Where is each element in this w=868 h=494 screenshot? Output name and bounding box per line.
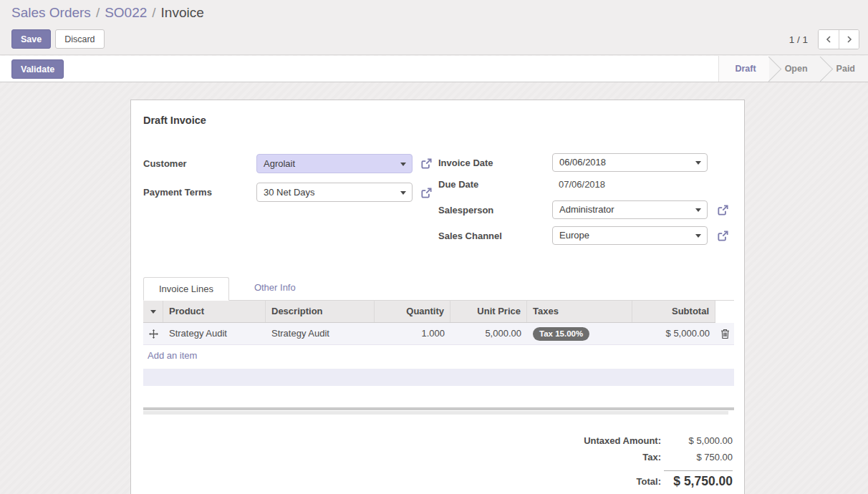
- move-icon: [149, 329, 158, 339]
- payment-terms-select[interactable]: 30 Net Days: [256, 183, 413, 202]
- payment-terms-external-link-button[interactable]: [419, 185, 433, 200]
- total-label: Total:: [637, 476, 661, 487]
- sheet-title: Draft Invoice: [143, 115, 206, 126]
- column-header-description: Description: [266, 301, 375, 322]
- breadcrumb: Sales Orders/SO022/Invoice: [11, 5, 204, 21]
- totals-block: Untaxed Amount: $ 5,000.00 Tax: $ 750.00…: [503, 435, 733, 491]
- drag-handle[interactable]: [143, 323, 163, 344]
- external-link-icon: [420, 158, 433, 170]
- external-link-icon: [717, 230, 729, 242]
- tab-invoice-lines[interactable]: Invoice Lines: [143, 277, 229, 301]
- cell-unit-price[interactable]: 5,000.00: [450, 323, 527, 344]
- caret-down-icon: [150, 310, 156, 314]
- external-link-icon: [717, 204, 729, 216]
- invoice-sheet: Draft Invoice Customer Agrolait Payment …: [130, 100, 745, 494]
- payment-terms-label: Payment Terms: [143, 187, 212, 198]
- sales-channel-label: Sales Channel: [438, 231, 502, 241]
- salesperson-select[interactable]: Administrator: [552, 200, 708, 219]
- tax-value: $ 750.00: [661, 452, 733, 462]
- tax-label: Tax:: [642, 452, 661, 462]
- sales-channel-external-link-button[interactable]: [715, 228, 730, 243]
- invoice-line-row[interactable]: Strategy Audit Strategy Audit 1.000 5,00…: [143, 323, 734, 345]
- delete-line-button[interactable]: [715, 323, 734, 344]
- scrollbar-thumb[interactable]: [143, 407, 734, 410]
- invoice-form-page: Sales Orders/SO022/Invoice Save Discard …: [0, 0, 868, 494]
- pager-buttons: [818, 29, 859, 49]
- due-date-value: 07/06/2018: [559, 179, 605, 190]
- pager-previous-button[interactable]: [819, 30, 839, 49]
- cell-quantity[interactable]: 1.000: [375, 323, 450, 344]
- control-panel: Sales Orders/SO022/Invoice Save Discard …: [0, 0, 868, 55]
- breadcrumb-separator: /: [91, 5, 105, 20]
- salesperson-external-link-button[interactable]: [715, 203, 730, 217]
- breadcrumb-separator: /: [147, 5, 160, 20]
- external-link-icon: [420, 187, 433, 199]
- column-header-taxes: Taxes: [527, 301, 632, 322]
- untaxed-amount-row: Untaxed Amount: $ 5,000.00: [503, 435, 733, 452]
- scrollbar-track: [143, 411, 728, 415]
- column-header-product: Product: [163, 301, 266, 322]
- cell-description[interactable]: Strategy Audit: [266, 323, 375, 344]
- pager: 1 / 1: [789, 29, 859, 49]
- dropdown-caret-icon: [400, 191, 406, 195]
- invoice-date-select[interactable]: 06/06/2018: [552, 153, 708, 172]
- sales-channel-select[interactable]: Europe: [552, 226, 708, 245]
- notebook-tabs: Invoice Lines Other Info: [143, 277, 734, 301]
- status-step-draft[interactable]: Draft: [719, 56, 768, 82]
- chevron-left-icon: [825, 35, 832, 44]
- column-header-unit-price: Unit Price: [450, 301, 527, 322]
- save-button[interactable]: Save: [11, 29, 51, 49]
- untaxed-amount-value: $ 5,000.00: [661, 435, 733, 446]
- dropdown-caret-icon: [695, 234, 701, 238]
- invoice-lines-header: Product Description Quantity Unit Price …: [143, 301, 734, 323]
- discard-button[interactable]: Discard: [55, 29, 104, 49]
- column-header-quantity: Quantity: [375, 301, 450, 322]
- column-options-toggle[interactable]: [143, 301, 163, 322]
- due-date-label: Due Date: [438, 179, 478, 190]
- cell-subtotal: $ 5,000.00: [632, 323, 715, 344]
- tax-row: Tax: $ 750.00: [503, 452, 733, 468]
- statusbar: Draft Open Paid: [718, 56, 868, 82]
- horizontal-scrollbar[interactable]: [143, 407, 734, 415]
- breadcrumb-current-invoice: Invoice: [161, 5, 204, 20]
- total-value: $ 5,750.00: [661, 474, 733, 489]
- total-row: Total: $ 5,750.00: [503, 471, 733, 491]
- dropdown-caret-icon: [695, 161, 701, 165]
- customer-select[interactable]: Agrolait: [256, 154, 413, 173]
- salesperson-label: Salesperson: [438, 205, 493, 215]
- validate-button[interactable]: Validate: [11, 59, 64, 79]
- form-buttons: Save Discard: [11, 29, 105, 49]
- cell-taxes[interactable]: Tax 15.00%: [527, 323, 632, 344]
- pager-next-button[interactable]: [839, 30, 859, 49]
- breadcrumb-sales-orders[interactable]: Sales Orders: [11, 5, 91, 20]
- breadcrumb-so022[interactable]: SO022: [105, 5, 147, 20]
- customer-external-link-button[interactable]: [419, 156, 433, 170]
- column-header-subtotal: Subtotal: [632, 301, 715, 322]
- invoice-date-label: Invoice Date: [438, 158, 493, 168]
- empty-line-stripe: [143, 369, 734, 386]
- pager-counter: 1 / 1: [789, 34, 808, 45]
- column-header-actions: [715, 301, 734, 323]
- trash-icon: [720, 329, 730, 339]
- customer-label: Customer: [143, 158, 187, 169]
- add-item-row: Add an item: [143, 345, 734, 367]
- tax-badge: Tax 15.00%: [533, 327, 589, 341]
- dropdown-caret-icon: [400, 163, 406, 166]
- cell-product[interactable]: Strategy Audit: [163, 323, 266, 344]
- dropdown-caret-icon: [695, 208, 701, 212]
- tab-other-info[interactable]: Other Info: [239, 276, 311, 300]
- chevron-right-icon: [846, 35, 853, 44]
- add-an-item-link[interactable]: Add an item: [148, 350, 197, 361]
- action-bar: Validate Draft Open Paid: [0, 56, 868, 82]
- untaxed-amount-label: Untaxed Amount:: [584, 435, 661, 446]
